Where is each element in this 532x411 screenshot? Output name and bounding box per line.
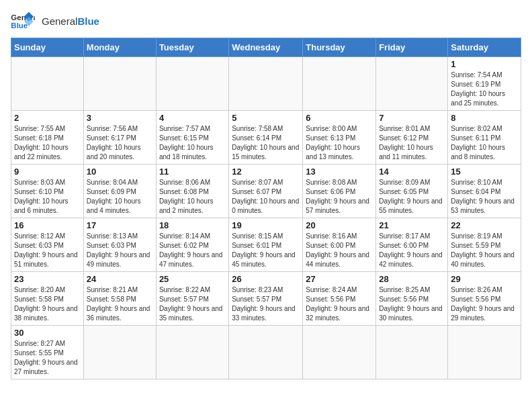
header: General Blue GeneralBlue xyxy=(11,11,521,31)
calendar-day-cell: 14Sunrise: 8:09 AM Sunset: 6:05 PM Dayli… xyxy=(376,165,448,218)
day-info: Sunrise: 7:55 AM Sunset: 6:18 PM Dayligh… xyxy=(14,124,81,162)
day-number: 12 xyxy=(232,167,300,177)
calendar-day-cell: 29Sunrise: 8:26 AM Sunset: 5:56 PM Dayli… xyxy=(448,272,521,326)
day-info: Sunrise: 8:16 AM Sunset: 6:00 PM Dayligh… xyxy=(306,232,373,269)
day-number: 24 xyxy=(87,274,153,284)
day-number: 13 xyxy=(306,167,373,177)
day-number: 10 xyxy=(87,167,153,177)
calendar-day-cell xyxy=(376,326,448,379)
day-number: 15 xyxy=(451,167,518,177)
calendar-day-cell: 8Sunrise: 8:02 AM Sunset: 6:11 PM Daylig… xyxy=(448,111,521,165)
day-info: Sunrise: 8:23 AM Sunset: 5:57 PM Dayligh… xyxy=(232,285,300,323)
calendar-day-cell: 17Sunrise: 8:13 AM Sunset: 6:03 PM Dayli… xyxy=(83,218,156,272)
day-info: Sunrise: 8:26 AM Sunset: 5:56 PM Dayligh… xyxy=(451,285,518,323)
day-info: Sunrise: 8:03 AM Sunset: 6:10 PM Dayligh… xyxy=(14,178,81,216)
calendar-day-cell: 23Sunrise: 8:20 AM Sunset: 5:58 PM Dayli… xyxy=(11,272,84,326)
day-number: 8 xyxy=(451,113,518,123)
calendar-day-cell: 30Sunrise: 8:27 AM Sunset: 5:55 PM Dayli… xyxy=(11,326,84,379)
day-info: Sunrise: 8:27 AM Sunset: 5:55 PM Dayligh… xyxy=(14,339,81,377)
calendar-day-cell: 7Sunrise: 8:01 AM Sunset: 6:12 PM Daylig… xyxy=(376,111,448,165)
day-info: Sunrise: 8:12 AM Sunset: 6:03 PM Dayligh… xyxy=(14,232,81,269)
day-number: 7 xyxy=(379,113,445,123)
day-info: Sunrise: 7:56 AM Sunset: 6:17 PM Dayligh… xyxy=(87,124,153,162)
day-info: Sunrise: 8:01 AM Sunset: 6:12 PM Dayligh… xyxy=(379,124,445,162)
day-info: Sunrise: 7:57 AM Sunset: 6:15 PM Dayligh… xyxy=(159,124,226,162)
calendar-day-cell: 22Sunrise: 8:19 AM Sunset: 5:59 PM Dayli… xyxy=(448,218,521,272)
calendar-day-cell: 26Sunrise: 8:23 AM Sunset: 5:57 PM Dayli… xyxy=(229,272,303,326)
day-number: 18 xyxy=(159,220,226,230)
day-info: Sunrise: 8:14 AM Sunset: 6:02 PM Dayligh… xyxy=(159,232,226,269)
calendar-week-row: 16Sunrise: 8:12 AM Sunset: 6:03 PM Dayli… xyxy=(11,218,521,272)
calendar-day-cell xyxy=(376,57,448,111)
day-number: 2 xyxy=(14,113,81,123)
calendar-day-cell: 3Sunrise: 7:56 AM Sunset: 6:17 PM Daylig… xyxy=(83,111,156,165)
calendar-day-cell: 27Sunrise: 8:24 AM Sunset: 5:56 PM Dayli… xyxy=(303,272,376,326)
calendar-day-cell: 28Sunrise: 8:25 AM Sunset: 5:56 PM Dayli… xyxy=(376,272,448,326)
day-number: 22 xyxy=(451,220,518,230)
day-number: 26 xyxy=(232,274,300,284)
calendar-day-cell: 18Sunrise: 8:14 AM Sunset: 6:02 PM Dayli… xyxy=(156,218,228,272)
day-info: Sunrise: 8:08 AM Sunset: 6:06 PM Dayligh… xyxy=(306,178,373,216)
calendar-day-cell xyxy=(156,326,228,379)
calendar-day-cell xyxy=(11,57,84,111)
calendar-day-cell xyxy=(83,326,156,379)
day-number: 23 xyxy=(14,274,81,284)
day-number: 29 xyxy=(451,274,518,284)
weekday-header-cell: Wednesday xyxy=(229,38,303,57)
calendar-day-cell: 4Sunrise: 7:57 AM Sunset: 6:15 PM Daylig… xyxy=(156,111,228,165)
day-number: 3 xyxy=(87,113,153,123)
calendar-day-cell: 12Sunrise: 8:07 AM Sunset: 6:07 PM Dayli… xyxy=(229,165,303,218)
calendar-day-cell: 19Sunrise: 8:15 AM Sunset: 6:01 PM Dayli… xyxy=(229,218,303,272)
logo-icon: General Blue xyxy=(11,11,35,31)
day-info: Sunrise: 8:20 AM Sunset: 5:58 PM Dayligh… xyxy=(14,285,81,323)
calendar-week-row: 9Sunrise: 8:03 AM Sunset: 6:10 PM Daylig… xyxy=(11,165,521,218)
day-number: 30 xyxy=(14,328,81,338)
day-info: Sunrise: 8:25 AM Sunset: 5:56 PM Dayligh… xyxy=(379,285,445,323)
day-number: 6 xyxy=(306,113,373,123)
calendar-day-cell: 21Sunrise: 8:17 AM Sunset: 6:00 PM Dayli… xyxy=(376,218,448,272)
weekday-header-row: SundayMondayTuesdayWednesdayThursdayFrid… xyxy=(11,38,521,57)
day-info: Sunrise: 8:00 AM Sunset: 6:13 PM Dayligh… xyxy=(306,124,373,162)
calendar-day-cell xyxy=(83,57,156,111)
calendar-day-cell: 1Sunrise: 7:54 AM Sunset: 6:19 PM Daylig… xyxy=(448,57,521,111)
day-number: 1 xyxy=(451,59,518,69)
calendar-week-row: 23Sunrise: 8:20 AM Sunset: 5:58 PM Dayli… xyxy=(11,272,521,326)
day-number: 5 xyxy=(232,113,300,123)
day-number: 9 xyxy=(14,167,81,177)
weekday-header-cell: Saturday xyxy=(448,38,521,57)
weekday-header-cell: Thursday xyxy=(303,38,376,57)
day-number: 20 xyxy=(306,220,373,230)
weekday-header-cell: Sunday xyxy=(11,38,84,57)
calendar-day-cell: 25Sunrise: 8:22 AM Sunset: 5:57 PM Dayli… xyxy=(156,272,228,326)
svg-text:Blue: Blue xyxy=(11,21,28,30)
calendar-week-row: 2Sunrise: 7:55 AM Sunset: 6:18 PM Daylig… xyxy=(11,111,521,165)
calendar-day-cell: 20Sunrise: 8:16 AM Sunset: 6:00 PM Dayli… xyxy=(303,218,376,272)
day-number: 25 xyxy=(159,274,226,284)
calendar-day-cell: 13Sunrise: 8:08 AM Sunset: 6:06 PM Dayli… xyxy=(303,165,376,218)
day-info: Sunrise: 8:19 AM Sunset: 5:59 PM Dayligh… xyxy=(451,232,518,269)
day-number: 17 xyxy=(87,220,153,230)
calendar-day-cell xyxy=(229,57,303,111)
calendar-week-row: 30Sunrise: 8:27 AM Sunset: 5:55 PM Dayli… xyxy=(11,326,521,379)
day-info: Sunrise: 8:06 AM Sunset: 6:08 PM Dayligh… xyxy=(159,178,226,216)
calendar-day-cell: 9Sunrise: 8:03 AM Sunset: 6:10 PM Daylig… xyxy=(11,165,84,218)
day-info: Sunrise: 8:21 AM Sunset: 5:58 PM Dayligh… xyxy=(87,285,153,323)
calendar-day-cell: 16Sunrise: 8:12 AM Sunset: 6:03 PM Dayli… xyxy=(11,218,84,272)
day-info: Sunrise: 8:02 AM Sunset: 6:11 PM Dayligh… xyxy=(451,124,518,162)
day-number: 14 xyxy=(379,167,445,177)
calendar-day-cell xyxy=(229,326,303,379)
weekday-header-cell: Monday xyxy=(83,38,156,57)
day-number: 27 xyxy=(306,274,373,284)
day-info: Sunrise: 8:09 AM Sunset: 6:05 PM Dayligh… xyxy=(379,178,445,216)
day-info: Sunrise: 8:13 AM Sunset: 6:03 PM Dayligh… xyxy=(87,232,153,269)
day-number: 21 xyxy=(379,220,445,230)
calendar-day-cell xyxy=(448,326,521,379)
day-info: Sunrise: 8:15 AM Sunset: 6:01 PM Dayligh… xyxy=(232,232,300,269)
day-info: Sunrise: 8:10 AM Sunset: 6:04 PM Dayligh… xyxy=(451,178,518,216)
calendar-day-cell xyxy=(303,57,376,111)
day-number: 4 xyxy=(159,113,226,123)
calendar-day-cell: 6Sunrise: 8:00 AM Sunset: 6:13 PM Daylig… xyxy=(303,111,376,165)
day-number: 16 xyxy=(14,220,81,230)
calendar-day-cell: 15Sunrise: 8:10 AM Sunset: 6:04 PM Dayli… xyxy=(448,165,521,218)
calendar-day-cell: 11Sunrise: 8:06 AM Sunset: 6:08 PM Dayli… xyxy=(156,165,228,218)
